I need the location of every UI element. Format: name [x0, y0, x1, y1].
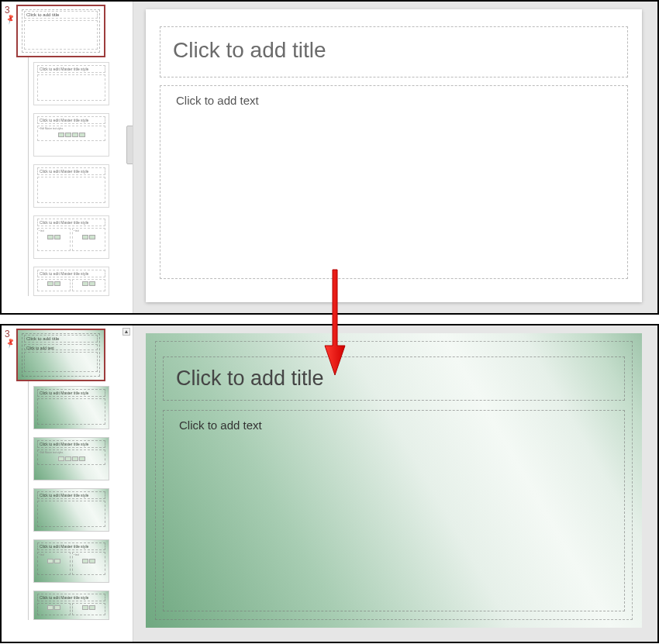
- slide-master-panel[interactable]: 3 📌 Click to add title Click to edit Mas…: [2, 2, 133, 313]
- layout-thumbnail[interactable]: Click to edit Master title style: [33, 591, 109, 620]
- slide-canvas[interactable]: Click to add title Click to add text: [146, 333, 642, 628]
- body-placeholder-text: Click to add text: [179, 418, 262, 432]
- layout-two-content: [37, 603, 105, 615]
- slide-canvas[interactable]: Click to add title Click to add text: [146, 9, 642, 302]
- slide-stage[interactable]: Click to add title Click to add text: [133, 325, 657, 642]
- title-placeholder[interactable]: Click to add title: [160, 26, 628, 77]
- master-thumb-sub: Click to add text: [24, 344, 98, 350]
- master-thumb-title: Click to add title: [24, 335, 98, 343]
- title-placeholder-text: Click to add title: [176, 367, 324, 390]
- title-placeholder[interactable]: Click to add title: [163, 356, 625, 401]
- master-thumbnail-selected[interactable]: Click to add title Click to add text: [16, 329, 105, 381]
- layout-thumbnails: Click to edit Master title style Click t…: [28, 381, 128, 620]
- layout-thumbnails: Click to edit Master title style Click t…: [28, 57, 128, 296]
- pin-icon: 📌: [5, 14, 16, 25]
- layout-title: Click to edit Master title style: [37, 542, 105, 550]
- layout-thumbnail[interactable]: Click to edit Master title style: [33, 62, 109, 105]
- panel-after: ▲ 3 📌 Click to add title Click to add te…: [0, 324, 659, 643]
- slide-stage[interactable]: Click to add title Click to add text: [133, 2, 657, 313]
- layout-two-content: • text • text: [37, 228, 105, 251]
- layout-title: Click to edit Master title style: [37, 116, 105, 124]
- master-thumb-body: [24, 352, 98, 372]
- layout-title: Click to edit Master title style: [37, 440, 105, 448]
- layout-body: • Edit Master text styles: [37, 126, 105, 141]
- layout-body: [37, 177, 105, 203]
- layout-body: • Edit Master text styles: [37, 449, 105, 465]
- body-placeholder-text: Click to add text: [176, 94, 259, 107]
- layout-thumbnail[interactable]: Click to edit Master title style • Edit …: [33, 437, 109, 480]
- layout-thumbnail[interactable]: Click to edit Master title style • Edit …: [33, 113, 109, 157]
- scrollbar-thumb[interactable]: [126, 126, 133, 164]
- layout-title: Click to edit Master title style: [37, 219, 105, 226]
- layout-body: [37, 74, 105, 101]
- master-thumb-title: Click to add title: [24, 11, 98, 19]
- layout-title: Click to edit Master title style: [37, 594, 105, 601]
- layout-thumbnail[interactable]: Click to edit Master title style: [33, 164, 109, 208]
- layout-thumbnail[interactable]: Click to edit Master title style: [33, 267, 109, 296]
- layout-title: Click to edit Master title style: [37, 491, 105, 499]
- master-thumbnail-selected[interactable]: Click to add title: [16, 5, 105, 57]
- body-placeholder[interactable]: Click to add text: [163, 410, 625, 611]
- layout-title: Click to edit Master title style: [37, 270, 105, 277]
- body-placeholder[interactable]: Click to add text: [160, 85, 628, 279]
- slide-master-panel[interactable]: ▲ 3 📌 Click to add title Click to add te…: [2, 325, 133, 642]
- panel-before: 3 📌 Click to add title Click to edit Mas…: [0, 0, 659, 315]
- layout-two-content: [37, 279, 105, 291]
- master-thumb-body: [24, 20, 98, 50]
- layout-title: Click to edit Master title style: [37, 389, 105, 397]
- layout-thumbnail[interactable]: Click to edit Master title style • text …: [33, 215, 109, 259]
- layout-title: Click to edit Master title style: [37, 167, 105, 175]
- layout-thumbnail[interactable]: Click to edit Master title style: [33, 386, 109, 429]
- layout-thumbnail[interactable]: Click to edit Master title style • text …: [33, 539, 109, 583]
- layout-thumbnail[interactable]: Click to edit Master title style: [33, 488, 109, 532]
- scroll-up-button[interactable]: ▲: [122, 328, 130, 336]
- title-placeholder-text: Click to add title: [173, 38, 326, 62]
- pin-icon: 📌: [5, 338, 16, 349]
- layout-body: [37, 398, 105, 425]
- layout-body: [37, 501, 105, 527]
- layout-title: Click to edit Master title style: [37, 65, 105, 73]
- layout-two-content: • text • text: [37, 552, 105, 575]
